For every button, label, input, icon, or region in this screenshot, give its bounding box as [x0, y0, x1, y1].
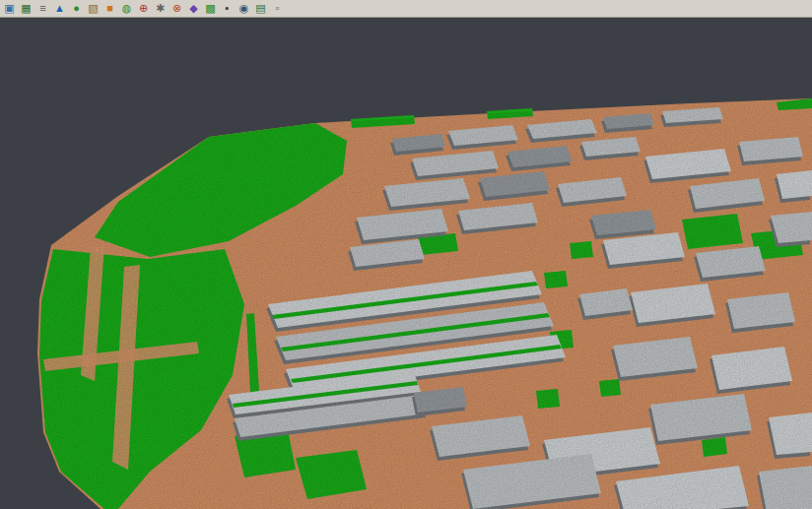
sphere-tool-icon[interactable]: ◍ [119, 1, 134, 16]
settings-icon[interactable]: ✱ [153, 1, 168, 16]
scene-canvas[interactable] [0, 18, 812, 509]
save-icon[interactable]: ▦ [19, 1, 34, 16]
grid-icon[interactable]: ▩ [203, 1, 218, 16]
app-window: ▣▦≡▲●▧■◍⊕✱⊗◆▩▪◉▤▫ [0, 0, 812, 509]
octree-icon[interactable]: ▧ [86, 1, 101, 16]
layers-icon[interactable]: ▤ [253, 1, 268, 16]
mesh-icon[interactable]: ▲ [52, 1, 67, 16]
crop-icon[interactable]: ■ [102, 1, 117, 16]
clone-icon[interactable]: ≡ [35, 1, 50, 16]
delete-icon[interactable]: ⊗ [169, 1, 184, 16]
camera-icon[interactable]: ◉ [237, 1, 251, 16]
point-size-icon[interactable]: ▪ [220, 1, 235, 16]
segment-icon[interactable]: ◆ [186, 1, 201, 16]
viewport-3d[interactable] [0, 18, 812, 509]
help-icon[interactable]: ▫ [270, 1, 285, 16]
register-icon[interactable]: ⊕ [136, 1, 151, 16]
pointcloud-noise-overlay [0, 18, 812, 509]
subsample-icon[interactable]: ● [69, 1, 84, 16]
main-toolbar: ▣▦≡▲●▧■◍⊕✱⊗◆▩▪◉▤▫ [0, 0, 812, 18]
open-cloud-icon[interactable]: ▣ [2, 1, 17, 16]
